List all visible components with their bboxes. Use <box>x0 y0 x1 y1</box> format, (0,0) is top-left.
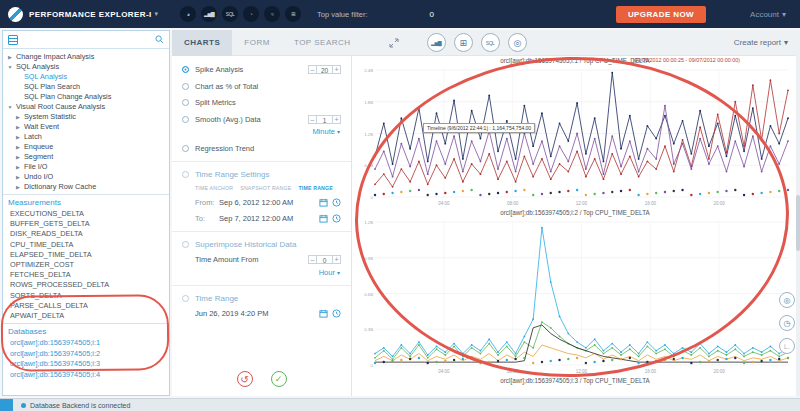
pie-chart-icon[interactable]: ◕ <box>180 6 196 22</box>
chart-as-percent-radio[interactable] <box>182 83 189 90</box>
minus-button[interactable]: – <box>308 65 317 74</box>
bar-chart-icon[interactable]: ▂▅▇ <box>201 6 217 22</box>
search-input[interactable] <box>22 35 151 44</box>
measurement-item[interactable]: PARSE_CALLS_DELTA <box>3 301 169 311</box>
time-amount-value[interactable]: 0 <box>317 255 332 264</box>
tab-time-range[interactable]: TIME RANGE <box>298 185 333 191</box>
calendar-icon[interactable] <box>319 309 328 318</box>
database-link[interactable]: orcl[awr];db:1563974505;i:3 <box>3 359 169 370</box>
tree-item-sql-analysis-group[interactable]: ▼ SQL Analysis <box>3 62 169 72</box>
tab-form[interactable]: FORM <box>232 30 282 56</box>
measurement-item[interactable]: APWAIT_DELTA <box>3 311 169 321</box>
chart-type-buttons: ▂▅▇ ⊞ SQL ◎ <box>427 33 527 52</box>
tab-snapshot-range[interactable]: SNAPSHOT RANGE <box>240 185 291 191</box>
calendar-icon[interactable] <box>319 198 328 207</box>
sql-icon[interactable]: SQL <box>481 33 500 52</box>
tree-item-change-impact-analysis[interactable]: ▶ Change Impact Analysis <box>3 52 169 62</box>
axis-toggle-icon[interactable]: ∟ <box>779 338 795 354</box>
tree-item-segment[interactable]: ▶ Segment <box>3 152 169 162</box>
cpu-time-chart-instance-1[interactable]: Timeline (9/6/2012 22:44:1) : 1,164,754,… <box>358 66 792 208</box>
time-range-toggle[interactable] <box>182 295 189 302</box>
minus-button[interactable]: – <box>308 115 317 124</box>
measurement-item-selected[interactable]: CPU_TIME_DELTA <box>3 240 169 250</box>
scrollbar-thumb[interactable] <box>796 195 800 251</box>
smooth-unit-dropdown[interactable]: Minute ▾ <box>183 127 340 136</box>
tree-item-system-statistic[interactable]: ▶ System Statistic <box>3 112 169 122</box>
tree-item-sql-analysis[interactable]: SQL Analysis <box>3 72 169 82</box>
regression-trend-radio[interactable] <box>182 145 189 152</box>
superimpose-section[interactable]: Superimpose Historical Data <box>182 240 341 249</box>
clock-icon[interactable] <box>332 198 341 207</box>
database-link[interactable]: orcl[awr];db:1563974505;i:2 <box>3 349 169 360</box>
account-menu[interactable]: Account ▾ <box>750 10 786 19</box>
plus-button[interactable]: + <box>332 255 341 264</box>
clock-icon[interactable] <box>332 214 341 223</box>
donut-chart-icon[interactable]: ◎ <box>779 292 795 308</box>
vertical-scrollbar[interactable] <box>796 30 800 396</box>
plus-button[interactable]: + <box>332 65 341 74</box>
smooth-count-value[interactable]: 1 <box>317 115 332 124</box>
time-range-settings-section[interactable]: Time Range Settings <box>182 170 341 179</box>
history-icon[interactable]: ◷ <box>779 315 795 331</box>
clock-icon[interactable] <box>332 309 341 318</box>
plus-button[interactable]: + <box>332 115 341 124</box>
tree-item-enqueue[interactable]: ▶ Enqueue <box>3 142 169 152</box>
apply-button[interactable]: ✓ <box>271 371 287 387</box>
fullscreen-icon[interactable] <box>389 38 399 48</box>
measurement-item[interactable]: FETCHES_DELTA <box>3 270 169 280</box>
tab-top-search[interactable]: TOP SEARCH <box>282 30 363 56</box>
tree-item-undo-io[interactable]: ▶ Undo I/O <box>3 172 169 182</box>
tree-item-visual-root-cause-analysis[interactable]: ▼ Visual Root Cause Analysis <box>3 102 169 112</box>
reset-button[interactable]: ↺ <box>237 371 253 387</box>
database-link[interactable]: orcl[awr];db:1563974505;i:4 <box>3 370 169 381</box>
top-value-filter-value[interactable]: 0 <box>430 10 434 19</box>
timer-icon[interactable]: ◔ <box>243 6 259 22</box>
tree-item-sql-plan-search[interactable]: SQL Plan Search <box>3 82 169 92</box>
sql-icon[interactable]: SQL <box>222 6 238 22</box>
tab-charts[interactable]: CHARTS <box>172 30 232 56</box>
table-icon[interactable]: ⊞ <box>454 33 473 52</box>
measurement-item[interactable]: OPTIMIZER_COST <box>3 260 169 270</box>
create-report-button[interactable]: Create report ▾ <box>734 38 788 47</box>
tree-item-file-io[interactable]: ▶ File I/O <box>3 162 169 172</box>
upgrade-now-button[interactable]: UPGRADE NOW <box>616 6 706 23</box>
trend-icon[interactable]: ≈ <box>264 6 280 22</box>
svg-text:16:00: 16:00 <box>645 369 657 374</box>
time-range-settings-toggle[interactable] <box>182 171 189 178</box>
measurement-item[interactable]: ROWS_PROCESSED_DELTA <box>3 280 169 290</box>
to-date-value[interactable]: Sep 7, 2012 12:00 AM <box>219 214 315 223</box>
tab-time-anchor[interactable]: TIME ANCHOR <box>195 185 233 191</box>
calendar-icon[interactable] <box>319 214 328 223</box>
bar-chart-icon[interactable]: ▂▅▇ <box>427 33 446 52</box>
measurement-item[interactable]: ELAPSED_TIME_DELTA <box>3 250 169 260</box>
donut-chart-icon[interactable]: ◎ <box>508 33 527 52</box>
grid-icon[interactable]: ⊞ <box>285 6 301 22</box>
spike-analysis-label: Spike Analysis <box>195 65 308 74</box>
split-metrics-radio[interactable] <box>182 99 189 106</box>
spike-analysis-radio[interactable] <box>182 66 189 73</box>
spike-count-value[interactable]: 20 <box>317 65 332 74</box>
tree-item-dictionary-row-cache[interactable]: ▶ Dictionary Row Cache <box>3 182 169 192</box>
measurement-item[interactable]: SORTS_DELTA <box>3 291 169 301</box>
tree-item-latch[interactable]: ▶ Latch <box>3 132 169 142</box>
search-icon[interactable] <box>155 35 164 44</box>
measurement-item[interactable]: BUFFER_GETS_DELTA <box>3 219 169 229</box>
tree-item-wait-event[interactable]: ▶ Wait Event <box>3 122 169 132</box>
superimpose-toggle[interactable] <box>182 241 189 248</box>
minus-button[interactable]: – <box>308 255 317 264</box>
tree-item-sql-plan-change-analysis[interactable]: SQL Plan Change Analysis <box>3 92 169 102</box>
measurement-item[interactable]: DISK_READS_DELTA <box>3 229 169 239</box>
database-link[interactable]: orcl[awr];db:1563974505;i:1 <box>3 338 169 349</box>
time-amount-unit-dropdown[interactable]: Hour ▾ <box>183 268 340 277</box>
time-range-section[interactable]: Time Range <box>182 294 341 303</box>
tree-item-label: Segment <box>24 153 53 161</box>
tree-filter-icon[interactable] <box>8 35 18 45</box>
chart-options-panel: Spike Analysis – 20 + Chart as % of Tota… <box>172 56 352 396</box>
measurement-item[interactable]: EXECUTIONS_DELTA <box>3 209 169 219</box>
chevron-right-icon: ▶ <box>7 53 13 61</box>
app-title[interactable]: PERFORMANCE EXPLORER-I <box>29 10 152 19</box>
from-date-value[interactable]: Sep 6, 2012 12:00 AM <box>219 198 315 207</box>
superimpose-date-value[interactable]: Jun 26, 2019 4:20 PM <box>195 309 315 318</box>
cpu-time-chart-instance-2[interactable]: 1.2B0.9B0.6B0.3B004:0008:0012:0016:0020:… <box>358 218 792 376</box>
smooth-data-radio[interactable] <box>182 116 189 123</box>
